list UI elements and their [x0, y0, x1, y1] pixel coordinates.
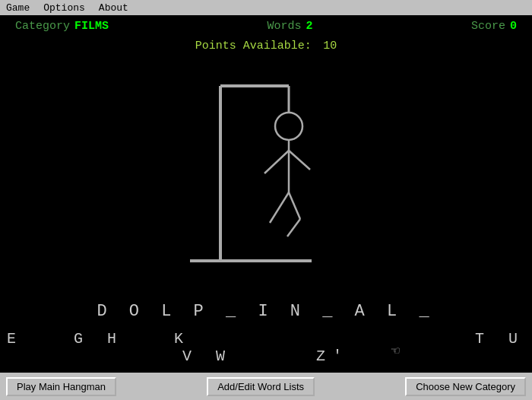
category-value: FILMS — [74, 20, 109, 33]
cursor-hand-icon: ☞ — [384, 342, 400, 359]
letters-display: E G H K T U V W Z' ☞ — [0, 325, 532, 373]
score-value: 0 — [510, 20, 517, 33]
category-group: Category FILMS — [15, 20, 109, 33]
svg-line-6 — [264, 151, 289, 173]
svg-line-9 — [289, 192, 300, 219]
points-row: Points Available: 10 — [0, 39, 532, 52]
menu-about[interactable]: About — [96, 2, 131, 14]
svg-line-8 — [270, 192, 289, 223]
words-label: Words — [267, 20, 301, 33]
words-group: Words 2 — [267, 20, 312, 33]
category-label: Category — [15, 20, 70, 33]
svg-line-7 — [289, 151, 310, 170]
add-edit-word-lists-button[interactable]: Add/Edit Word Lists — [207, 377, 315, 396]
choose-new-category-button[interactable]: Choose New Category — [405, 377, 526, 396]
svg-line-10 — [287, 219, 300, 237]
svg-point-4 — [275, 113, 302, 140]
hangman-drawing — [175, 71, 357, 276]
points-value: 10 — [323, 40, 337, 52]
hangman-container — [0, 52, 532, 294]
menu-game[interactable]: Game — [3, 2, 33, 14]
status-bar: Category FILMS Words 2 Score 0 — [0, 15, 532, 37]
menu-bar: Game Options About — [0, 0, 532, 15]
bottom-bar: Play Main Hangman Add/Edit Word Lists Ch… — [0, 373, 532, 400]
score-label: Score — [471, 20, 505, 33]
word-display: D O L P _ I N _ A L _ — [0, 294, 532, 325]
words-value: 2 — [306, 20, 313, 33]
points-label: Points Available: — [195, 40, 312, 52]
score-group: Score 0 — [471, 20, 517, 33]
letters-text: E G H K T U V W Z' — [7, 330, 525, 365]
game-area: Category FILMS Words 2 Score 0 Points Av… — [0, 15, 532, 373]
play-main-hangman-button[interactable]: Play Main Hangman — [6, 377, 116, 396]
menu-options[interactable]: Options — [40, 2, 88, 14]
